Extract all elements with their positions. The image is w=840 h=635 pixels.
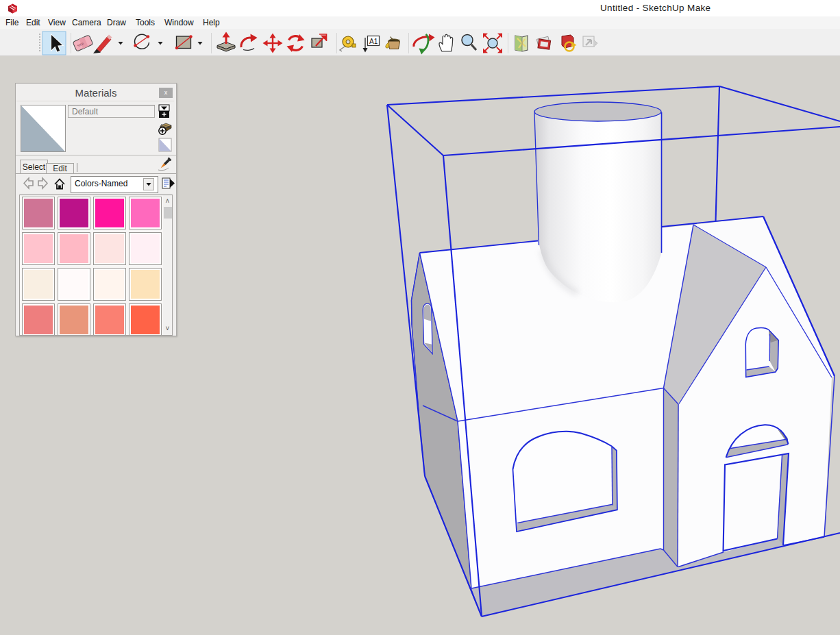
svg-text:A1: A1 (369, 38, 378, 45)
